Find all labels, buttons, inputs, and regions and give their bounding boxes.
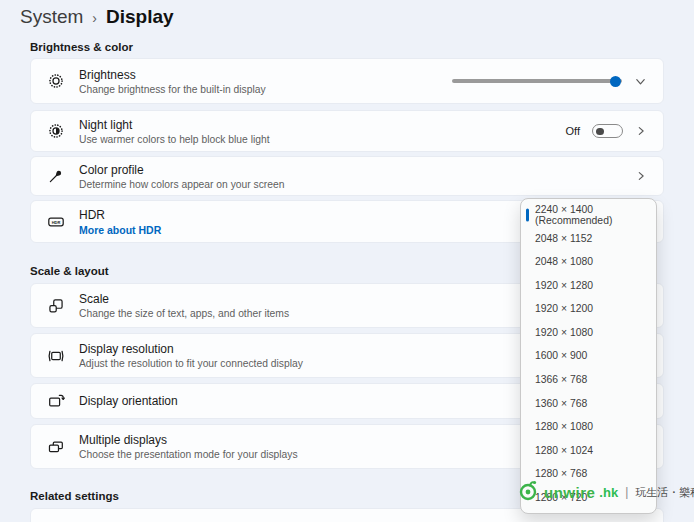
resolution-option[interactable]: 1280 × 1024 bbox=[521, 438, 656, 462]
night-light-icon bbox=[47, 122, 65, 140]
breadcrumb-system[interactable]: System bbox=[20, 6, 83, 28]
section-scale-layout: Scale & layout bbox=[30, 265, 109, 277]
display-resolution-title: Display resolution bbox=[79, 342, 303, 356]
breadcrumb: System › Display bbox=[20, 6, 174, 28]
breadcrumb-separator: › bbox=[92, 8, 97, 26]
resolution-option-label: 1600 × 900 bbox=[535, 350, 587, 361]
brightness-slider[interactable] bbox=[452, 74, 622, 88]
resolution-option-label: 2240 × 1400 (Recommended) bbox=[535, 204, 656, 226]
chevron-down-icon[interactable] bbox=[634, 75, 647, 88]
resolution-option[interactable]: 1920 × 1280 bbox=[521, 274, 656, 298]
resolution-option[interactable]: 1366 × 768 bbox=[521, 368, 656, 392]
watermark-separator: | bbox=[625, 485, 628, 499]
night-light-toggle[interactable] bbox=[592, 124, 623, 138]
selected-accent-bar bbox=[526, 208, 529, 221]
scale-subtitle: Change the size of text, apps, and other… bbox=[79, 308, 289, 319]
resolution-option[interactable]: 2240 × 1400 (Recommended) bbox=[521, 203, 656, 227]
hdr-icon: HDR bbox=[47, 213, 65, 231]
brightness-card[interactable]: Brightness Change brightness for the bui… bbox=[30, 58, 664, 104]
color-profile-eyedropper-icon bbox=[47, 167, 65, 185]
section-brightness-color: Brightness & color bbox=[30, 41, 133, 53]
brightness-slider-track bbox=[452, 79, 622, 83]
toggle-knob bbox=[596, 128, 604, 136]
watermark-tagline: 玩生活・樂科技 bbox=[635, 485, 694, 500]
resolution-option[interactable]: 1920 × 1200 bbox=[521, 297, 656, 321]
section-related-settings: Related settings bbox=[30, 490, 119, 502]
resolution-option-label: 1920 × 1280 bbox=[535, 280, 593, 291]
page-title: Display bbox=[106, 6, 174, 28]
resolution-option-label: 1280 × 1080 bbox=[535, 421, 593, 432]
hdr-title: HDR bbox=[79, 208, 161, 222]
night-light-title: Night light bbox=[79, 118, 270, 132]
resolution-option[interactable]: 2048 × 1152 bbox=[521, 227, 656, 251]
brightness-slider-thumb[interactable] bbox=[610, 76, 621, 87]
chevron-right-icon[interactable] bbox=[635, 170, 647, 182]
resolution-option-label: 1280 × 768 bbox=[535, 468, 587, 479]
multiple-displays-icon bbox=[47, 438, 65, 456]
watermark-site-tld: .hk bbox=[599, 485, 618, 500]
scale-title: Scale bbox=[79, 292, 289, 306]
night-light-card[interactable]: Night light Use warmer colors to help bl… bbox=[30, 110, 664, 152]
resolution-option-label: 1360 × 768 bbox=[535, 398, 587, 409]
resolution-dropdown: 2240 × 1400 (Recommended)2048 × 11522048… bbox=[520, 198, 657, 514]
resolution-option-label: 1280 × 1024 bbox=[535, 445, 593, 456]
resolution-option-label: 1920 × 1200 bbox=[535, 303, 593, 314]
svg-text:HDR: HDR bbox=[52, 219, 61, 224]
display-orientation-icon bbox=[47, 392, 65, 410]
resolution-option[interactable]: 2048 × 1080 bbox=[521, 250, 656, 274]
resolution-option-label: 1366 × 768 bbox=[535, 374, 587, 385]
display-resolution-icon bbox=[47, 347, 65, 365]
more-about-hdr-link[interactable]: More about HDR bbox=[79, 224, 161, 236]
unwire-logo-icon bbox=[516, 479, 540, 505]
multiple-displays-title: Multiple displays bbox=[79, 433, 298, 447]
scale-icon bbox=[47, 297, 65, 315]
resolution-option-label: 2048 × 1152 bbox=[535, 233, 592, 244]
resolution-option[interactable]: 1920 × 1080 bbox=[521, 321, 656, 345]
display-resolution-subtitle: Adjust the resolution to fit your connec… bbox=[79, 358, 303, 369]
color-profile-card[interactable]: Color profile Determine how colors appea… bbox=[30, 156, 664, 196]
brightness-title: Brightness bbox=[79, 68, 266, 82]
resolution-option[interactable]: 1600 × 900 bbox=[521, 344, 656, 368]
resolution-option[interactable]: 1360 × 768 bbox=[521, 391, 656, 415]
settings-display-page: System › Display Brightness & color Brig… bbox=[0, 0, 694, 522]
multiple-displays-subtitle: Choose the presentation mode for your di… bbox=[79, 449, 298, 460]
chevron-right-icon[interactable] bbox=[635, 125, 647, 137]
brightness-sun-icon bbox=[47, 72, 65, 90]
resolution-option-label: 1920 × 1080 bbox=[535, 327, 593, 338]
display-orientation-title: Display orientation bbox=[79, 394, 178, 408]
night-light-subtitle: Use warmer colors to help block blue lig… bbox=[79, 134, 270, 145]
night-light-toggle-label: Off bbox=[566, 125, 580, 137]
color-profile-subtitle: Determine how colors appear on your scre… bbox=[79, 179, 284, 190]
watermark-site-name: unwire bbox=[544, 484, 595, 501]
resolution-option-label: 2048 × 1080 bbox=[535, 256, 593, 267]
color-profile-title: Color profile bbox=[79, 163, 284, 177]
unwire-watermark: unwire.hk | 玩生活・樂科技 bbox=[516, 479, 694, 505]
resolution-dropdown-list: 2240 × 1400 (Recommended)2048 × 11522048… bbox=[521, 203, 656, 509]
resolution-option[interactable]: 1280 × 1080 bbox=[521, 415, 656, 439]
brightness-subtitle: Change brightness for the built-in displ… bbox=[79, 84, 266, 95]
